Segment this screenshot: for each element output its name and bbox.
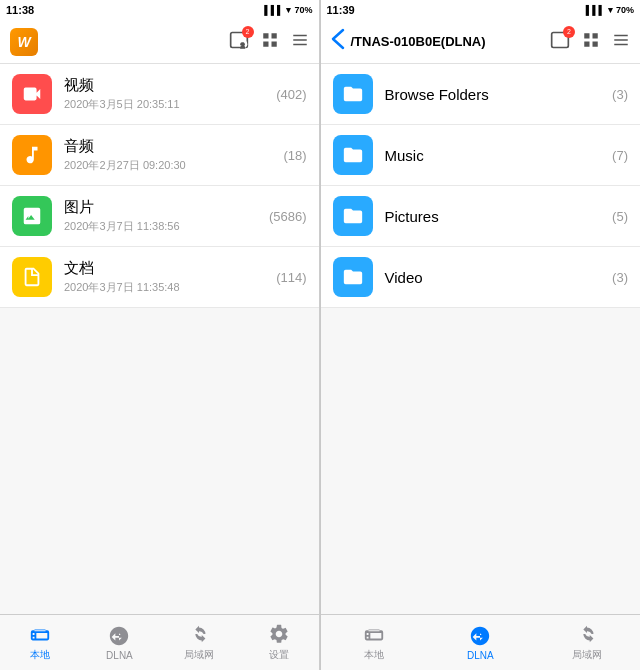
left-status-icons: ▌▌▌ ▾ 70% xyxy=(264,5,312,15)
tab-dlna-left[interactable]: DLNA xyxy=(80,625,160,661)
left-status-bar: 11:38 ▌▌▌ ▾ 70% xyxy=(0,0,319,20)
item-video-content: 视频 2020年3月5日 20:35:11 xyxy=(64,76,258,112)
item-music-count: (18) xyxy=(277,148,306,163)
tab-settings-left[interactable]: 设置 xyxy=(239,623,319,662)
left-panel: 11:38 ▌▌▌ ▾ 70% W 2 2 xyxy=(0,0,320,670)
folder-browse-icon xyxy=(333,74,373,114)
app-logo: W xyxy=(10,28,38,56)
item-picture-date: 2020年3月7日 11:38:56 xyxy=(64,219,251,234)
tab-lan-right[interactable]: 局域网 xyxy=(534,623,641,662)
list-item-pictures-folder[interactable]: Pictures (5) xyxy=(321,186,641,247)
svg-rect-3 xyxy=(263,33,268,38)
tab-local-label: 本地 xyxy=(30,648,50,662)
right-time: 11:39 xyxy=(327,4,355,16)
right-panel: 11:39 ▌▌▌ ▾ 70% /TNAS-010B0E(DLNA) 2 xyxy=(321,0,641,670)
list-item-picture[interactable]: 图片 2020年3月7日 11:38:56 (5686) xyxy=(0,186,319,247)
svg-rect-11 xyxy=(584,33,589,38)
left-time: 11:38 xyxy=(6,4,34,16)
item-pictures-count: (5) xyxy=(606,209,628,224)
right-panel-title: /TNAS-010B0E(DLNA) xyxy=(351,34,545,49)
left-header: W 2 2 xyxy=(0,20,319,64)
svg-rect-5 xyxy=(263,41,268,46)
tab-lan-left-label: 局域网 xyxy=(184,648,214,662)
tab-local-right[interactable]: 本地 xyxy=(321,623,428,662)
right-upload-badge: 2 xyxy=(563,26,575,38)
menu-icon[interactable] xyxy=(291,31,309,53)
item-music-folder-content: Music xyxy=(385,147,595,164)
item-document-content: 文档 2020年3月7日 11:35:48 xyxy=(64,259,258,295)
item-video-folder-content: Video xyxy=(385,269,595,286)
item-music-folder-count: (7) xyxy=(606,148,628,163)
svg-rect-15 xyxy=(614,34,628,36)
svg-rect-4 xyxy=(271,33,276,38)
item-picture-name: 图片 xyxy=(64,198,251,217)
signal-icon: ▌▌▌ xyxy=(264,5,283,15)
right-signal-icon: ▌▌▌ xyxy=(586,5,605,15)
tab-dlna-right[interactable]: DLNA xyxy=(427,625,534,661)
item-video-folder-name: Video xyxy=(385,269,595,286)
upload-badge: 2 xyxy=(242,26,254,38)
right-grid-icon[interactable] xyxy=(582,31,600,53)
item-music-date: 2020年2月27日 09:20:30 xyxy=(64,158,265,173)
svg-rect-17 xyxy=(614,43,628,45)
back-button[interactable] xyxy=(331,28,345,55)
svg-rect-7 xyxy=(293,34,307,36)
picture-icon xyxy=(12,196,52,236)
list-item-video-folder[interactable]: Video (3) xyxy=(321,247,641,308)
folder-pictures-icon xyxy=(333,196,373,236)
item-browse-content: Browse Folders xyxy=(385,86,595,103)
battery-icon: 70% xyxy=(294,5,312,15)
tab-local[interactable]: 本地 xyxy=(0,623,80,662)
svg-rect-9 xyxy=(293,43,307,45)
item-video-count: (402) xyxy=(270,87,306,102)
item-browse-count: (3) xyxy=(606,87,628,102)
item-document-name: 文档 xyxy=(64,259,258,278)
item-pictures-name: Pictures xyxy=(385,208,595,225)
item-browse-name: Browse Folders xyxy=(385,86,595,103)
list-item-browse-folders[interactable]: Browse Folders (3) xyxy=(321,64,641,125)
svg-rect-13 xyxy=(584,41,589,46)
item-picture-content: 图片 2020年3月7日 11:38:56 xyxy=(64,198,251,234)
upload-icon[interactable]: 2 2 xyxy=(229,30,249,54)
right-battery-icon: 70% xyxy=(616,5,634,15)
tab-dlna-left-label: DLNA xyxy=(106,650,133,661)
item-picture-count: (5686) xyxy=(263,209,307,224)
svg-rect-12 xyxy=(593,33,598,38)
tab-lan-right-label: 局域网 xyxy=(572,648,602,662)
right-status-icons: ▌▌▌ ▾ 70% xyxy=(586,5,634,15)
grid-view-icon[interactable] xyxy=(261,31,279,53)
svg-rect-8 xyxy=(293,39,307,41)
right-menu-icon[interactable] xyxy=(612,31,630,53)
document-icon xyxy=(12,257,52,297)
tab-lan-left[interactable]: 局域网 xyxy=(159,623,239,662)
list-item-video[interactable]: 视频 2020年3月5日 20:35:11 (402) xyxy=(0,64,319,125)
right-status-bar: 11:39 ▌▌▌ ▾ 70% xyxy=(321,0,641,20)
item-video-name: 视频 xyxy=(64,76,258,95)
list-item-document[interactable]: 文档 2020年3月7日 11:35:48 (114) xyxy=(0,247,319,308)
list-item-music-folder[interactable]: Music (7) xyxy=(321,125,641,186)
item-document-count: (114) xyxy=(270,270,306,285)
music-icon xyxy=(12,135,52,175)
left-file-list: 视频 2020年3月5日 20:35:11 (402) 音频 2020年2月27… xyxy=(0,64,319,614)
right-header: /TNAS-010B0E(DLNA) 2 xyxy=(321,20,641,64)
svg-text:2: 2 xyxy=(240,41,244,48)
right-tab-bar: 本地 DLNA 局域网 xyxy=(321,614,641,670)
right-folder-list: Browse Folders (3) Music (7) Pictures (5… xyxy=(321,64,641,614)
item-music-name: 音频 xyxy=(64,137,265,156)
folder-video-icon xyxy=(333,257,373,297)
list-item-music[interactable]: 音频 2020年2月27日 09:20:30 (18) xyxy=(0,125,319,186)
item-video-folder-count: (3) xyxy=(606,270,628,285)
svg-rect-16 xyxy=(614,39,628,41)
right-wifi-icon: ▾ xyxy=(608,5,613,15)
right-upload-icon[interactable]: 2 xyxy=(550,30,570,54)
video-icon xyxy=(12,74,52,114)
item-music-content: 音频 2020年2月27日 09:20:30 xyxy=(64,137,265,173)
right-header-actions: 2 xyxy=(550,30,630,54)
tab-settings-left-label: 设置 xyxy=(269,648,289,662)
tab-local-right-label: 本地 xyxy=(364,648,384,662)
header-actions: 2 2 xyxy=(229,30,309,54)
wifi-icon: ▾ xyxy=(286,5,291,15)
item-document-date: 2020年3月7日 11:35:48 xyxy=(64,280,258,295)
tab-dlna-right-label: DLNA xyxy=(467,650,494,661)
left-tab-bar: 本地 DLNA 局域网 设置 xyxy=(0,614,319,670)
